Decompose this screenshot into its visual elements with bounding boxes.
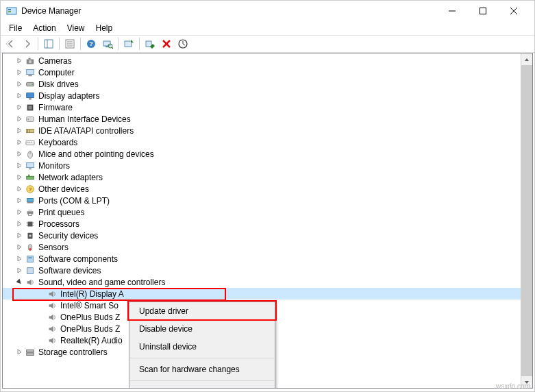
tree-node-hid[interactable]: Human Interface Devices	[3, 113, 532, 125]
svg-rect-20	[146, 41, 151, 47]
watermark: wsxdn.com	[496, 382, 530, 390]
ctx-properties[interactable]: Properties	[129, 383, 275, 389]
toolbar-separator	[59, 38, 60, 50]
tree-node-port[interactable]: Ports (COM & LPT)	[3, 195, 532, 206]
other-icon: ?	[25, 184, 36, 195]
help-button[interactable]: ?	[84, 36, 99, 51]
tree-child-node[interactable]: Intel(R) Display A	[3, 288, 532, 299]
scroll-thumb[interactable]	[521, 65, 532, 376]
tree-node-cpu[interactable]: Processors	[3, 218, 532, 230]
svg-rect-29	[27, 93, 34, 97]
tree-node-keyboard[interactable]: Keyboards	[3, 136, 532, 148]
tree-node-disk[interactable]: Disk drives	[3, 78, 532, 90]
expand-icon[interactable]	[14, 279, 25, 285]
ctx-separator	[130, 380, 274, 381]
tree-node-print[interactable]: Print queues	[3, 206, 532, 218]
uninstall-device-button[interactable]	[159, 36, 174, 51]
tree-node-computer[interactable]: Computer	[3, 66, 532, 78]
expand-icon[interactable]	[14, 256, 25, 262]
expand-icon[interactable]	[14, 104, 25, 110]
tree-label: Computer	[38, 68, 75, 77]
expand-icon[interactable]	[14, 58, 25, 64]
menu-view[interactable]: View	[62, 22, 90, 34]
ctx-uninstall-device[interactable]: Uninstall device	[129, 338, 275, 356]
properties-button[interactable]	[62, 36, 77, 51]
vertical-scrollbar[interactable]	[521, 53, 532, 388]
menu-help[interactable]: Help	[90, 22, 119, 34]
tree-node-monitor[interactable]: Monitors	[3, 160, 532, 171]
expand-icon[interactable]	[14, 221, 25, 227]
expand-icon[interactable]	[14, 267, 25, 273]
ctx-scan-hardware[interactable]: Scan for hardware changes	[129, 360, 275, 378]
svg-point-34	[28, 119, 29, 120]
toolbar-separator	[80, 38, 81, 50]
minimize-button[interactable]	[436, 1, 467, 21]
toolbar-separator	[118, 38, 119, 50]
back-button[interactable]	[3, 36, 18, 51]
forward-button[interactable]	[20, 36, 35, 51]
tree-label: Intel(R) Display A	[60, 289, 124, 299]
expand-icon[interactable]	[14, 69, 25, 75]
svg-rect-1	[8, 9, 11, 10]
svg-text:?: ?	[29, 186, 32, 192]
tree-label: Monitors	[38, 161, 70, 171]
scan-changes-button[interactable]	[175, 36, 190, 51]
ctx-disable-device[interactable]: Disable device	[129, 320, 275, 338]
tree-node-sound[interactable]: Sound, video and game controllers	[3, 276, 532, 288]
show-hide-tree-button[interactable]	[41, 36, 56, 51]
expand-icon[interactable]	[14, 116, 25, 122]
svg-rect-50	[27, 198, 34, 201]
tree-node-display[interactable]: Display adapters	[3, 90, 532, 101]
maximize-button[interactable]	[467, 1, 498, 21]
menu-file[interactable]: File	[3, 22, 27, 34]
expand-icon[interactable]	[14, 244, 25, 250]
svg-rect-41	[31, 142, 32, 143]
svg-rect-19	[125, 41, 132, 47]
sound-icon	[47, 312, 58, 323]
scroll-up-button[interactable]	[521, 53, 532, 65]
tree-node-camera[interactable]: Cameras	[3, 55, 532, 66]
expand-icon[interactable]	[14, 127, 25, 134]
svg-rect-44	[27, 162, 34, 167]
tree-label: Display adapters	[38, 91, 99, 101]
tree-node-swc[interactable]: Software components	[3, 253, 532, 265]
expand-icon[interactable]	[14, 139, 25, 145]
update-driver-button[interactable]	[121, 36, 136, 51]
expand-icon[interactable]	[14, 174, 25, 180]
expand-icon[interactable]	[14, 209, 25, 215]
tree-node-sensor[interactable]: Sensors	[3, 241, 532, 253]
expand-icon[interactable]	[14, 186, 25, 192]
scan-hardware-button[interactable]	[100, 36, 115, 51]
device-tree-panel: Cameras Computer Disk drives Display ada…	[2, 53, 533, 389]
tree-node-swd[interactable]: Software devices	[3, 265, 532, 276]
expand-icon[interactable]	[14, 151, 25, 157]
tree-node-other[interactable]: ? Other devices	[3, 183, 532, 195]
tree-label: Cameras	[38, 56, 72, 66]
tree-node-ide[interactable]: IDE ATA/ATAPI controllers	[3, 125, 532, 136]
tree-node-mouse[interactable]: Mice and other pointing devices	[3, 148, 532, 160]
monitor-icon	[25, 160, 36, 171]
tree-node-firmware[interactable]: Firmware	[3, 101, 532, 113]
expand-icon[interactable]	[14, 93, 25, 99]
tree-label: Realtek(R) Audio	[60, 336, 123, 345]
close-button[interactable]	[498, 1, 529, 21]
menu-action[interactable]: Action	[27, 22, 61, 34]
expand-icon[interactable]	[14, 349, 25, 355]
display-icon	[25, 90, 36, 101]
tree-label: Software components	[38, 254, 118, 264]
tree-node-security[interactable]: Security devices	[3, 230, 532, 241]
ctx-update-driver[interactable]: Update driver	[129, 302, 275, 320]
ide-icon	[25, 125, 36, 136]
expand-icon[interactable]	[14, 197, 25, 204]
toolbar-separator	[139, 38, 140, 50]
svg-rect-53	[28, 209, 32, 211]
tree-label: Disk drives	[38, 79, 79, 89]
expand-icon[interactable]	[14, 162, 25, 169]
svg-rect-2	[8, 11, 11, 12]
tree-node-network[interactable]: Network adapters	[3, 171, 532, 183]
disable-device-button[interactable]	[142, 36, 158, 51]
menu-bar: File Action View Help	[1, 21, 534, 35]
expand-icon[interactable]	[14, 232, 25, 238]
svg-rect-26	[28, 75, 32, 76]
expand-icon[interactable]	[14, 81, 25, 87]
